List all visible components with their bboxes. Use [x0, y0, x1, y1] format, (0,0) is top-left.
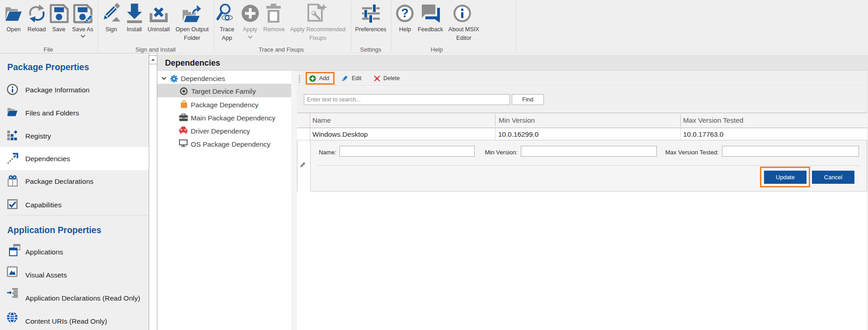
- svg-text:?: ?: [401, 6, 409, 20]
